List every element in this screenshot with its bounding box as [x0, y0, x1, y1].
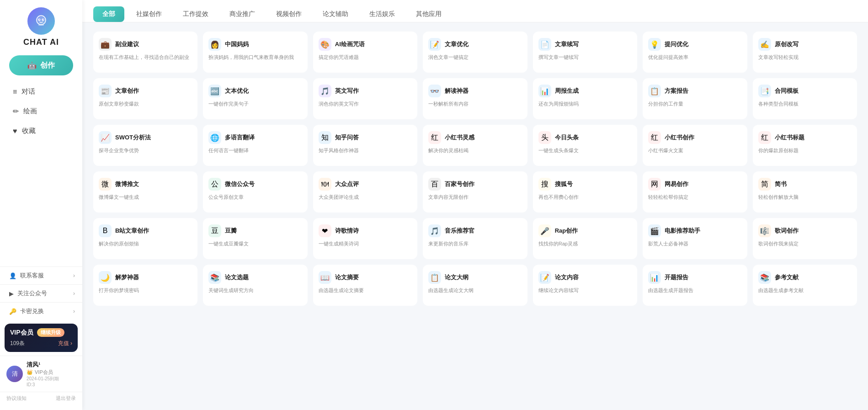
card-desc-plan-report: 分担你的工作量	[648, 100, 741, 108]
card-plan-report[interactable]: 📋 方案报告 分担你的工作量	[643, 78, 747, 119]
card-multi-translate[interactable]: 🌐 多语言翻译 任何语言一键翻译	[203, 125, 307, 166]
card-text-optimize[interactable]: 🔤 文本优化 一键创作完美句子	[203, 78, 307, 119]
card-ai-paint-spell[interactable]: 🎨 AI绘画咒语 搞定你的咒语难题	[313, 32, 417, 73]
card-icon-dream-god: 🌙	[99, 271, 112, 284]
card-jianshu[interactable]: 简 简书 轻松创作解放大脑	[753, 171, 857, 213]
tab-paper[interactable]: 论文辅助	[314, 6, 357, 22]
card-title-poetry: 诗歌情诗	[335, 227, 359, 235]
card-weekly-report[interactable]: 📊 周报生成 还在为周报烦恼吗	[533, 78, 637, 119]
card-lyrics-create[interactable]: 🎼 歌词创作 歌词创作我来搞定	[753, 218, 857, 259]
card-toutiao[interactable]: 头 今日头条 一键生成头条爆文	[533, 125, 637, 166]
sidebar-item-dialog[interactable]: ≡ 对话	[0, 82, 82, 101]
card-music-rec[interactable]: 🎵 音乐推荐官 来更新你的音乐库	[423, 218, 527, 259]
card-desc-ai-paint-spell: 搞定你的咒语难题	[319, 53, 412, 61]
card-open-report[interactable]: 📊 开题报告 由选题生成开题报告	[643, 265, 747, 306]
vip-count: 109条	[10, 340, 25, 347]
card-weibo-push[interactable]: 微 微博推文 微博爆文一键生成	[93, 171, 197, 213]
card-baijia[interactable]: 百 百家号创作 文章内容无限创作	[423, 171, 527, 213]
card-douban[interactable]: 豆 豆瓣 一键生成豆瓣爆文	[203, 218, 307, 259]
card-english-write[interactable]: 🎵 英文写作 润色你的英文写作	[313, 78, 417, 119]
paint-icon: ✏	[13, 107, 19, 116]
card-prompt-optimize[interactable]: 💡 提问优化 优化提问提高效率	[643, 32, 747, 73]
tab-all[interactable]: 全部	[93, 6, 124, 22]
sidebar-item-collect[interactable]: ♥ 收藏	[0, 121, 82, 141]
card-icon-side-job: 💼	[99, 38, 112, 51]
card-contract-template[interactable]: 📑 合同模板 各种类型合同模板	[753, 78, 857, 119]
card-icon-xiaohongshu-create: 红	[648, 131, 661, 144]
card-movie-rec[interactable]: 🎬 电影推荐助手 影荒人士必备神器	[643, 218, 747, 259]
vip-label: VIP会员	[10, 329, 33, 337]
card-desc-swot: 探寻企业竞争优势	[99, 147, 192, 154]
create-icon: 🤖	[27, 61, 37, 70]
card-icon-contract-template: 📑	[758, 85, 771, 97]
customer-service-item[interactable]: 👤 联系客服 ›	[0, 266, 82, 284]
card-title-lyrics-create: 歌词创作	[775, 227, 799, 235]
card-desc-music-rec: 来更新你的音乐库	[428, 240, 522, 248]
card-icon-ai-paint-spell: 🎨	[319, 38, 331, 51]
tab-business[interactable]: 商业推广	[220, 6, 264, 22]
wechat-public-item[interactable]: ▶ 关注公众号 ›	[0, 284, 82, 302]
card-icon-english-write: 🎵	[319, 85, 331, 97]
card-xiaohongshu-inspire[interactable]: 红 小红书灵感 解决你的灵感枯竭	[423, 125, 527, 166]
card-dream-god[interactable]: 🌙 解梦神器 打开你的梦境密码	[93, 265, 197, 306]
tab-other[interactable]: 其他应用	[407, 6, 451, 22]
sidebar-item-paint-label: 绘画	[23, 107, 37, 116]
card-title-contract-template: 合同模板	[775, 87, 799, 95]
cards-grid: 💼 副业建议 在现有工作基础上，寻找适合自己的副业 👩 中国妈妈 扮演妈妈，用我…	[93, 32, 857, 306]
card-original-rewrite[interactable]: ✍ 原创改写 文章改写轻松实现	[753, 32, 857, 73]
card-swot[interactable]: 📈 SWOT分析法 探寻企业竞争优势	[93, 125, 197, 166]
card-paper-abstract[interactable]: 📖 论文摘要 由选题生成论文摘要	[313, 265, 417, 306]
card-desc-weekly-report: 还在为周报烦恼吗	[538, 100, 632, 108]
tab-work[interactable]: 工作提效	[174, 6, 218, 22]
card-icon-lyrics-create: 🎼	[758, 224, 771, 237]
card-desc-paper-outline: 由选题生成论文大纲	[428, 287, 522, 294]
card-icon-open-report: 📊	[648, 271, 661, 284]
card-paper-topic[interactable]: 📚 论文选题 关键词生成研究方向	[203, 265, 307, 306]
create-button[interactable]: 🤖 创作	[9, 55, 73, 75]
card-chinese-mom[interactable]: 👩 中国妈妈 扮演妈妈，用我的口气来教育单身的我	[203, 32, 307, 73]
card-zhihu-qa[interactable]: 知 知乎问答 知乎风格创作神器	[313, 125, 417, 166]
redeem-item[interactable]: 🔑 卡密兑换 ›	[0, 302, 82, 320]
card-icon-weekly-report: 📊	[538, 85, 551, 97]
card-title-article-optimize: 文章优化	[445, 40, 469, 48]
vip-recharge-button[interactable]: 充值 ›	[58, 340, 72, 347]
card-desc-wechat-public: 公众号原创文章	[208, 193, 302, 201]
card-desc-prompt-optimize: 优化提问提高效率	[648, 53, 741, 61]
card-article-optimize[interactable]: 📝 文章优化 润色文章一键搞定	[423, 32, 527, 73]
tab-video[interactable]: 视频创作	[267, 6, 311, 22]
card-wechat-public[interactable]: 公 微信公众号 公众号原创文章	[203, 171, 307, 213]
card-rap-create[interactable]: 🎤 Rap创作 找找你的Rap灵感	[533, 218, 637, 259]
logout-link[interactable]: 退出登录	[56, 395, 76, 402]
card-dianping[interactable]: 🍽 大众点评 大众美团评论生成	[313, 171, 417, 213]
card-icon-references: 📚	[758, 271, 771, 284]
key-icon: 🔑	[9, 308, 16, 315]
card-article-continue[interactable]: 📄 文章续写 撰写文章一键续写	[533, 32, 637, 73]
card-title-text-optimize: 文本优化	[225, 87, 249, 95]
card-icon-swot: 📈	[99, 131, 112, 144]
card-icon-dianping: 🍽	[319, 178, 331, 191]
card-references[interactable]: 📚 参考文献 由选题生成参考文献	[753, 265, 857, 306]
card-side-job[interactable]: 💼 副业建议 在现有工作基础上，寻找适合自己的副业	[93, 32, 197, 73]
tab-life[interactable]: 生活娱乐	[360, 6, 404, 22]
card-poetry[interactable]: ❤ 诗歌情诗 一键生成精美诗词	[313, 218, 417, 259]
card-article-create[interactable]: 📰 文章创作 原创文章秒变爆款	[93, 78, 197, 119]
dialog-icon: ≡	[13, 88, 17, 96]
redeem-label: 卡密兑换	[20, 307, 44, 315]
card-paper-outline[interactable]: 📋 论文大纲 由选题生成论文大纲	[423, 265, 527, 306]
sidebar-item-paint[interactable]: ✏ 绘画	[0, 101, 82, 121]
card-netease[interactable]: 网 网易创作 轻轻松松帮你搞定	[643, 171, 747, 213]
card-xiaohongshu-title[interactable]: 红 小红书标题 你的爆款原创标题	[753, 125, 857, 166]
terms-link[interactable]: 协议须知	[6, 395, 27, 402]
tab-social[interactable]: 社媒创作	[127, 6, 171, 22]
card-title-weekly-report: 周报生成	[555, 87, 579, 95]
sidebar-bottom: 👤 联系客服 › ▶ 关注公众号 › 🔑 卡密兑换 › VIP会员 继续升级	[0, 266, 82, 405]
card-desc-chinese-mom: 扮演妈妈，用我的口气来教育单身的我	[208, 53, 302, 61]
card-reader-god[interactable]: 👓 解读神器 一秒解析所有内容	[423, 78, 527, 119]
card-sougou[interactable]: 搜 搜狐号 再也不用费心创作	[533, 171, 637, 213]
card-xiaohongshu-create[interactable]: 红 小红书创作 小红书爆火文案	[643, 125, 747, 166]
card-desc-sougou: 再也不用费心创作	[538, 193, 632, 201]
card-paper-content[interactable]: 📝 论文内容 继续论文内容续写	[533, 265, 637, 306]
card-desc-douban: 一键生成豆瓣爆文	[208, 240, 302, 248]
card-title-swot: SWOT分析法	[115, 133, 151, 142]
card-bilibili[interactable]: B B站文章创作 解决你的原创烦恼	[93, 218, 197, 259]
